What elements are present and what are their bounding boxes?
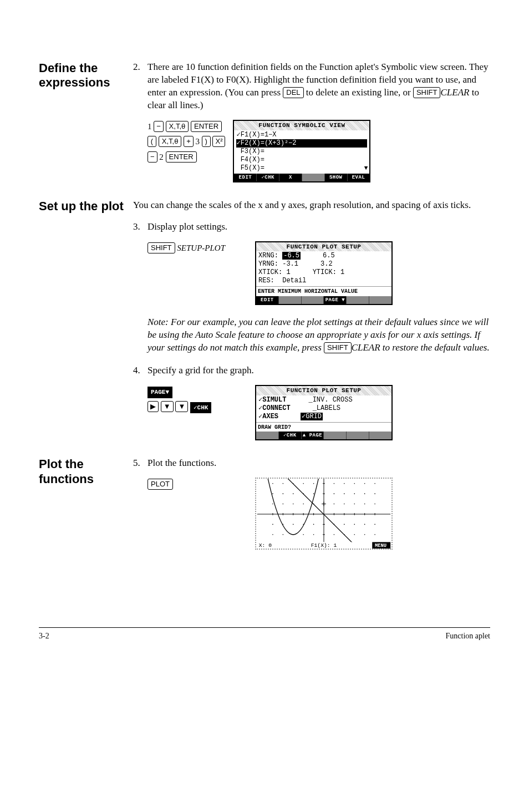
sk3-b1 xyxy=(256,432,279,439)
screen2-hint: ENTER MINIMUM HORIZONTAL VALUE xyxy=(256,286,391,296)
scroll-down-icon: ▼ xyxy=(364,164,368,172)
svg-point-54 xyxy=(374,524,375,525)
yrng-lo: -3.1 xyxy=(282,260,298,268)
sk3-page: ▲ PAGE xyxy=(302,432,324,439)
heading-setup: Set up the plot xyxy=(39,199,133,441)
svg-point-45 xyxy=(272,524,273,525)
heading-define: Define the expressions xyxy=(39,61,133,182)
svg-point-56 xyxy=(283,534,284,535)
opt-connect: ✓CONNECT xyxy=(258,404,291,413)
step-4-body: Specify a grid for the graph. xyxy=(147,364,490,377)
xrng-label: XRNG: xyxy=(258,252,278,260)
sk3-b4 xyxy=(369,432,391,439)
screen3-body: ✓SIMULT _INV. CROSS ✓CONNECT _LABELS ✓AX… xyxy=(256,395,391,422)
screen2-row-tick: XTICK: 1 YTICK: 1 xyxy=(258,268,389,277)
sk3-b3 xyxy=(347,432,369,439)
screen3-hint: DRAW GRID? xyxy=(256,422,391,432)
step-3-number: 3. xyxy=(133,221,147,234)
screen-plot-setup-2: FUNCTION PLOT SETUP ✓SIMULT _INV. CROSS … xyxy=(255,385,393,440)
keyseq-define-keys: 1 − X,T,θ ENTER ( X,T,θ + 3 ) X² − 2 ENT… xyxy=(147,120,225,166)
step2-text-b: to delete an existing line, or xyxy=(306,87,413,98)
section-setup: Set up the plot You can change the scale… xyxy=(39,199,490,441)
svg-point-55 xyxy=(272,534,273,535)
screen2-row-yrng: YRNG: -3.1 3.2 xyxy=(258,260,389,268)
content-plot: 5. Plot the functions. PLOT xyxy=(133,457,490,550)
sk2-b1 xyxy=(279,296,302,304)
step-2-body: There are 10 function definition fields … xyxy=(147,61,490,112)
curve-f2 xyxy=(268,479,318,535)
svg-point-23 xyxy=(364,483,365,484)
plot-status-x: X: 0 xyxy=(259,542,272,549)
content-define: 2. There are 10 function definition fiel… xyxy=(133,61,490,182)
screen3-r1: ✓SIMULT _INV. CROSS xyxy=(258,396,389,404)
svg-point-38 xyxy=(303,504,304,505)
svg-point-35 xyxy=(272,504,273,505)
kd-rp: ) xyxy=(202,136,211,147)
label-setup-plot: SETUP-PLOT xyxy=(177,243,225,252)
sk1-show: SHOW xyxy=(325,174,348,181)
page-footer: 3-2 Function aplet xyxy=(39,627,490,642)
xtick-val: 1 xyxy=(286,268,290,276)
kd-minus2: − xyxy=(147,151,157,163)
screen3-r3: ✓AXES ✓GRID xyxy=(258,413,389,421)
keyseq5-left: PLOT xyxy=(147,478,247,492)
screen1-title: FUNCTION SYMBOLIC VIEW xyxy=(234,121,369,130)
sk2-b3 xyxy=(347,296,369,304)
section-plot: Plot the functions 5. Plot the functions… xyxy=(39,457,490,550)
yrng-hi: 3.2 xyxy=(321,260,333,268)
svg-point-47 xyxy=(293,524,294,525)
sk1-blank xyxy=(302,174,325,181)
sk1-edit: EDIT xyxy=(234,174,257,181)
opt-labels: _LABELS xyxy=(313,404,340,413)
svg-point-41 xyxy=(344,504,345,505)
opt-invcross: _INV. CROSS xyxy=(308,396,352,404)
svg-point-58 xyxy=(303,534,304,535)
step-3: 3. Display plot settings. xyxy=(133,221,490,234)
svg-point-27 xyxy=(293,494,294,495)
step-2-number: 2. xyxy=(133,61,147,112)
svg-point-63 xyxy=(364,534,365,535)
sk-page-down: PAGE▼ xyxy=(147,387,172,398)
kd-minus: − xyxy=(154,121,164,132)
sk-chk: ✓CHK xyxy=(190,402,211,414)
screen3-r2: ✓CONNECT _LABELS xyxy=(258,404,389,413)
key-down-2: ▼ xyxy=(175,401,188,412)
svg-point-32 xyxy=(354,494,355,495)
plot-graph: X: 0 F1(X): 1 MENU xyxy=(255,478,393,550)
sk2-b4 xyxy=(369,296,391,304)
screen2-row-res: RES: Detail xyxy=(258,277,389,285)
ytick-val: 1 xyxy=(340,268,344,276)
screen2-body: XRNG: -6.5 6.5 YRNG: -3.1 3.2 XTICK: 1 Y… xyxy=(256,251,391,286)
kd-xtt1: X,T,θ xyxy=(166,121,189,132)
kd-plus: + xyxy=(184,136,194,147)
svg-point-49 xyxy=(313,524,314,525)
svg-point-25 xyxy=(272,494,273,495)
plot-status-menu: MENU xyxy=(375,543,386,549)
svg-point-59 xyxy=(313,534,314,535)
key-shift-1: SHIFT xyxy=(413,87,441,98)
keyseq4-left: PAGE▼ ▶ ▼ ▼ ✓CHK xyxy=(147,385,247,415)
step-5: 5. Plot the functions. xyxy=(133,457,490,470)
sk3-b2 xyxy=(324,432,347,439)
key-del: DEL xyxy=(283,87,303,98)
cursor-icon xyxy=(322,502,326,506)
key-right: ▶ xyxy=(147,401,159,412)
keyseq-plot: PLOT xyxy=(147,478,490,550)
screen1-l4: F4(X)= xyxy=(236,156,367,164)
svg-point-40 xyxy=(334,504,335,505)
sk3-chk: ✓CHK xyxy=(279,432,302,439)
setup-intro: You can change the scales of the x and y… xyxy=(133,199,490,212)
svg-point-51 xyxy=(344,524,345,525)
plot-status-fx: F1(X): 1 xyxy=(311,542,337,549)
ytick-label: YTICK: xyxy=(313,268,337,276)
svg-point-64 xyxy=(374,534,375,535)
footer-right: Function aplet xyxy=(446,631,491,642)
screen2-row-xrng: XRNG: -6.5 6.5 xyxy=(258,252,389,260)
screen1-l2: ✓F2(X)=(X+3)²−2 xyxy=(236,139,367,148)
screen3-softkeys: ✓CHK ▲ PAGE xyxy=(256,432,391,439)
opt-axes: ✓AXES xyxy=(258,413,278,421)
key-down-1: ▼ xyxy=(161,401,174,412)
step-3-body: Display plot settings. xyxy=(147,221,490,234)
svg-point-52 xyxy=(354,524,355,525)
svg-point-18 xyxy=(303,483,304,484)
